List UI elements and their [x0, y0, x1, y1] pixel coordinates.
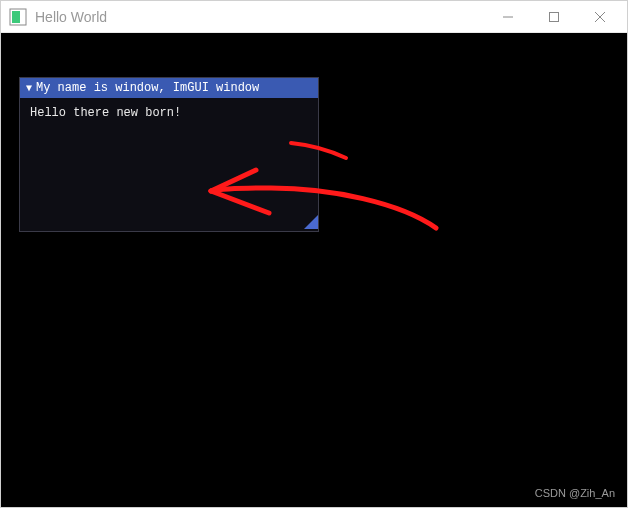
minimize-button[interactable] [485, 2, 531, 32]
maximize-button[interactable] [531, 2, 577, 32]
imgui-content-text: Hello there new born! [30, 106, 181, 120]
window-title: Hello World [35, 9, 485, 25]
app-window: Hello World ▼ My name is window, ImGUI w… [0, 0, 628, 508]
resize-handle-icon[interactable] [304, 215, 318, 229]
svg-rect-3 [550, 12, 559, 21]
imgui-title-text: My name is window, ImGUI window [36, 81, 259, 95]
collapse-arrow-icon[interactable]: ▼ [26, 83, 32, 94]
imgui-window[interactable]: ▼ My name is window, ImGUI window Hello … [19, 77, 319, 232]
svg-rect-1 [12, 11, 20, 23]
imgui-titlebar[interactable]: ▼ My name is window, ImGUI window [20, 78, 318, 98]
window-controls [485, 2, 623, 32]
close-button[interactable] [577, 2, 623, 32]
imgui-body: Hello there new born! [20, 98, 318, 229]
app-icon [9, 8, 27, 26]
titlebar[interactable]: Hello World [1, 1, 627, 33]
watermark-text: CSDN @Zih_An [535, 487, 615, 499]
client-area: ▼ My name is window, ImGUI window Hello … [1, 33, 627, 507]
